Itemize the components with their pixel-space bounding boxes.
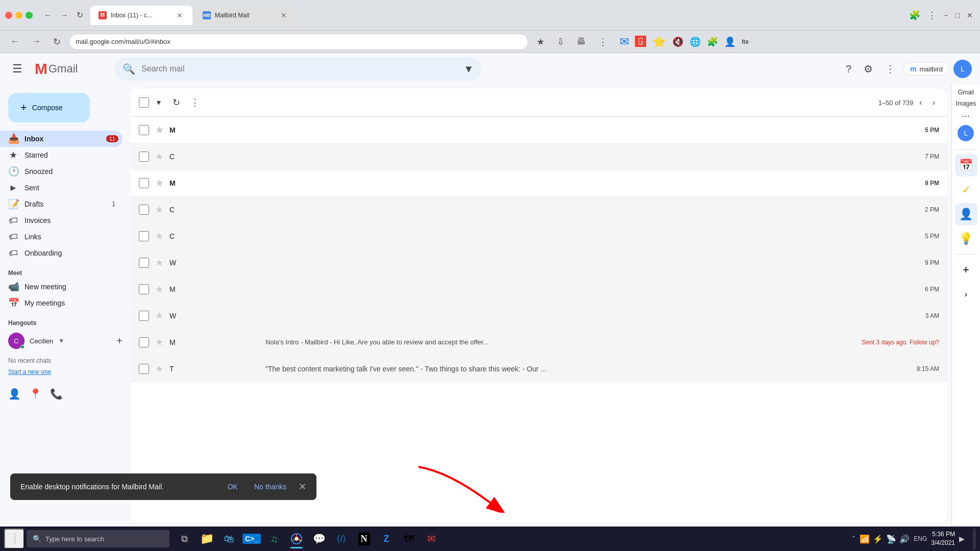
taskbar-app-notion[interactable]: N — [353, 528, 375, 549]
email-star-icon[interactable]: ★ — [155, 257, 163, 268]
search-bar[interactable]: 🔍 ▼ — [114, 57, 482, 81]
calendar-sidebar-button[interactable]: 📅 — [955, 154, 977, 177]
sidebar-item-sent[interactable]: ► Sent — [0, 180, 122, 196]
search-dropdown-icon[interactable]: ▼ — [463, 63, 474, 75]
start-new-chat-link[interactable]: Start a new one — [0, 368, 131, 380]
notification-no-thanks-button[interactable]: No thanks — [250, 481, 290, 493]
show-hidden-tray-button[interactable]: ˄ — [852, 535, 855, 543]
volume-icon[interactable]: 🔊 — [899, 534, 910, 544]
gmail-sidebar-label[interactable]: Gmail — [958, 89, 974, 96]
taskbar-app-task-view[interactable]: ⧉ — [174, 528, 195, 549]
minimize-browser-button[interactable]: − — [942, 8, 950, 23]
select-dropdown-button[interactable]: ▼ — [151, 94, 166, 111]
show-desktop-button[interactable] — [973, 529, 976, 549]
translate-icon[interactable]: 🌐 — [690, 36, 701, 47]
email-row[interactable]: ★ W 9 PM — [131, 249, 947, 276]
email-row[interactable]: ★ C 5 PM — [131, 223, 947, 249]
forward-button[interactable]: → — [57, 8, 71, 22]
email-star-icon[interactable]: ★ — [155, 124, 163, 136]
email-row[interactable]: ★ M Nola's Intro - Mailbird - Hi Like, A… — [131, 329, 947, 356]
taskbar-search-box[interactable]: 🔍 Type here to search — [27, 530, 169, 547]
email-row[interactable]: ★ T "The best content marketing talk I'v… — [131, 356, 947, 382]
email-star-icon[interactable]: ★ — [155, 284, 163, 295]
apps-grid-icon[interactable]: ⋯ — [962, 111, 970, 121]
email-star-icon[interactable]: ★ — [155, 151, 163, 162]
more-options-button[interactable]: ⋮ — [186, 93, 204, 112]
sidebar-item-drafts[interactable]: 📝 Drafts 1 — [0, 196, 122, 212]
addr-reload-button[interactable]: ↻ — [49, 34, 65, 49]
email-star-icon[interactable]: ★ — [155, 310, 163, 321]
mailbird-header-icon[interactable]: ✉ — [620, 35, 629, 48]
extension2-icon[interactable]: ⭐ — [652, 35, 666, 48]
restore-browser-button[interactable]: □ — [953, 8, 962, 23]
select-all-checkbox[interactable] — [139, 97, 149, 108]
settings-button[interactable]: ⚙ — [860, 59, 877, 79]
sidebar-item-links[interactable]: 🏷 Links — [0, 229, 122, 245]
contacts-nav-icon[interactable]: 👤 — [8, 388, 21, 400]
sidebar-item-snoozed[interactable]: 🕐 Snoozed — [0, 163, 122, 180]
email-row[interactable]: ★ C 7 PM — [131, 143, 947, 170]
taskbar-app-explorer[interactable]: 📁 — [196, 528, 217, 549]
mute-button[interactable]: 🔇 — [672, 36, 683, 47]
start-button[interactable]: ❕ — [4, 529, 24, 549]
bookmark-button[interactable]: ★ — [532, 34, 549, 49]
email-row[interactable]: ★ M 6 PM — [131, 276, 947, 303]
email-star-icon[interactable]: ★ — [155, 231, 163, 242]
reload-button[interactable]: ↻ — [74, 8, 86, 22]
sidebar-item-invoices[interactable]: 🏷 Invoices — [0, 212, 122, 229]
email-row[interactable]: ★ C 2 PM — [131, 196, 947, 223]
hangout-user-item[interactable]: C Cecilien ▼ + — [0, 329, 131, 353]
taskbar-app-terminal[interactable]: C>_ — [241, 528, 262, 549]
close-window-button[interactable] — [5, 12, 12, 19]
browser-menu-button[interactable]: ⋮ — [925, 8, 939, 23]
email-row[interactable]: ★ W 3 AM — [131, 303, 947, 329]
addr-forward-button[interactable]: → — [28, 34, 45, 49]
system-clock[interactable]: 5:36 PM 3/4/2021 — [931, 530, 955, 547]
sidebar-item-onboarding[interactable]: 🏷 Onboarding — [0, 245, 122, 261]
taskbar-app-store[interactable]: 🛍 — [218, 528, 240, 549]
email-checkbox[interactable] — [139, 364, 149, 374]
maximize-window-button[interactable] — [26, 12, 33, 19]
user-circle-icon[interactable]: 👤 — [724, 36, 736, 47]
language-indicator[interactable]: ENG — [914, 535, 927, 542]
tab-gmail[interactable]: M Inbox (11) - c... ✕ — [90, 6, 192, 25]
sidebar-item-my-meetings[interactable]: 📅 My meetings — [0, 295, 122, 311]
refresh-button[interactable]: ↻ — [168, 93, 184, 112]
email-checkbox[interactable] — [139, 258, 149, 268]
extensions-button[interactable]: 🧩 — [907, 8, 922, 23]
compose-button[interactable]: + Compose — [8, 93, 90, 122]
search-input[interactable] — [141, 64, 457, 73]
taskbar-app-chrome[interactable] — [286, 528, 307, 549]
email-row[interactable]: ★ M 5 PM — [131, 117, 947, 143]
back-button[interactable]: ← — [41, 8, 55, 22]
pagination-prev-button[interactable]: ‹ — [915, 94, 926, 111]
taskbar-app-skype[interactable]: 💬 — [308, 528, 330, 549]
location-nav-icon[interactable]: 📍 — [29, 388, 42, 400]
apps-button[interactable]: ⋮ — [881, 59, 899, 79]
minimize-window-button[interactable] — [15, 12, 22, 19]
pagination-next-button[interactable]: › — [928, 94, 939, 111]
sidebar-item-starred[interactable]: ★ Starred — [0, 147, 122, 163]
addr-back-button[interactable]: ← — [6, 34, 23, 49]
extension1-icon[interactable]: 🅶 — [635, 35, 646, 48]
sidebar-item-inbox[interactable]: 📥 Inbox 11 — [0, 131, 122, 147]
hangout-add-icon[interactable]: + — [116, 335, 122, 347]
tab-mailbird-close[interactable]: ✕ — [279, 11, 288, 20]
keep-sidebar-button[interactable]: 💡 — [955, 228, 977, 250]
taskbar-app-zoom[interactable]: Z — [376, 528, 397, 549]
share-button[interactable]: ⇩ — [553, 34, 569, 49]
email-checkbox[interactable] — [139, 125, 149, 135]
email-checkbox[interactable] — [139, 178, 149, 188]
puzzle-icon[interactable]: 🧩 — [707, 36, 718, 47]
taskbar-app-spotify[interactable]: ♫ — [263, 528, 285, 549]
print-button[interactable]: 🖶 — [573, 34, 590, 49]
tab-gmail-close[interactable]: ✕ — [175, 11, 184, 20]
hamburger-button[interactable]: ☰ — [8, 58, 27, 80]
sidebar-user-avatar[interactable]: L — [958, 125, 974, 141]
user-avatar[interactable]: L — [953, 60, 972, 78]
email-row[interactable]: ★ M 9 PM — [131, 170, 947, 196]
taskbar-app-maps[interactable]: 🗺 — [398, 528, 420, 549]
phone-nav-icon[interactable]: 📞 — [50, 388, 63, 400]
email-checkbox[interactable] — [139, 337, 149, 347]
email-checkbox[interactable] — [139, 205, 149, 215]
